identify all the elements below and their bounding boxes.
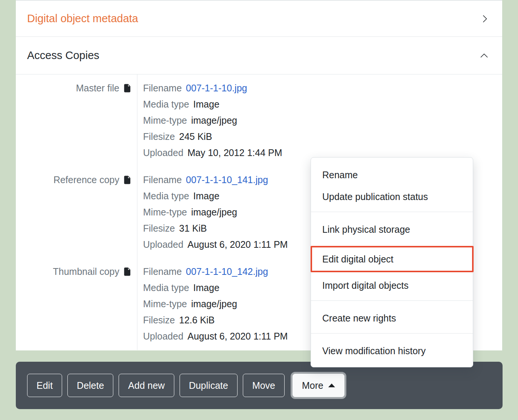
menu-item-view-modification-history[interactable]: View modification history xyxy=(311,340,473,362)
field-key: Uploaded xyxy=(143,147,183,158)
field-key: Media type xyxy=(143,282,189,293)
filename-link[interactable]: 007-1-1-10_142.jpg xyxy=(186,266,268,277)
field-key: Media type xyxy=(143,191,189,201)
more-button[interactable]: More xyxy=(293,374,344,397)
field-key: Media type xyxy=(143,99,189,109)
chevron-right-icon xyxy=(480,14,489,24)
menu-item-link-physical-storage[interactable]: Link physical storage xyxy=(311,218,473,240)
field-key: Mime-type xyxy=(143,299,187,309)
move-button[interactable]: Move xyxy=(243,374,285,397)
copy-fields-master: Filename007-1-1-10.jpg Media typeImage M… xyxy=(137,74,502,166)
field-value: 12.6 KiB xyxy=(179,315,215,325)
field-value: May 10, 2012 1:44 PM xyxy=(187,147,282,158)
field-value: August 6, 2020 1:11 PM xyxy=(187,239,288,250)
duplicate-button[interactable]: Duplicate xyxy=(180,374,238,397)
menu-divider xyxy=(311,300,473,301)
menu-item-rename[interactable]: Rename xyxy=(311,164,473,186)
digital-object-metadata-title: Digital object metadata xyxy=(27,12,138,25)
field-value: Image xyxy=(193,282,219,293)
caret-up-icon xyxy=(328,384,335,387)
edit-button[interactable]: Edit xyxy=(27,374,62,397)
field-value: 245 KiB xyxy=(179,131,212,142)
field-key: Filename xyxy=(143,83,182,93)
field-key: Filesize xyxy=(143,131,175,142)
field-value: Image xyxy=(193,99,219,109)
more-dropdown-menu: Rename Update publication status Link ph… xyxy=(311,157,473,367)
filename-link[interactable]: 007-1-1-10.jpg xyxy=(186,83,247,93)
actions-toolbar: Edit Delete Add new Duplicate Move More xyxy=(16,362,503,409)
menu-item-import-digital-objects[interactable]: Import digital objects xyxy=(311,274,473,296)
page: { "panel": { "metadata_header": "Digital… xyxy=(0,0,518,420)
digital-object-metadata-header[interactable]: Digital object metadata xyxy=(16,1,502,37)
menu-item-update-publication-status[interactable]: Update publication status xyxy=(311,186,473,208)
field-value: 31 KiB xyxy=(179,223,207,234)
delete-button[interactable]: Delete xyxy=(67,374,113,397)
field-key: Filesize xyxy=(143,315,175,325)
field-key: Filesize xyxy=(143,223,175,234)
more-button-label: More xyxy=(302,380,323,391)
field-value: image/jpeg xyxy=(191,207,237,217)
chevron-up-icon xyxy=(479,51,489,60)
field-key: Mime-type xyxy=(143,207,187,217)
add-new-button[interactable]: Add new xyxy=(119,374,174,397)
access-copies-header[interactable]: Access Copies xyxy=(16,37,502,74)
menu-item-create-new-rights[interactable]: Create new rights xyxy=(311,307,473,329)
file-icon xyxy=(123,175,131,185)
field-key: Mime-type xyxy=(143,115,187,126)
field-key: Filename xyxy=(143,174,182,185)
field-value: August 6, 2020 1:11 PM xyxy=(187,331,288,341)
copy-type-label-master: Master file xyxy=(16,74,137,166)
access-copies-title: Access Copies xyxy=(27,49,99,62)
field-key: Filename xyxy=(143,266,182,277)
copy-type-label-thumbnail: Thumbnail copy xyxy=(16,258,137,350)
field-value: image/jpeg xyxy=(191,299,237,309)
menu-divider xyxy=(311,333,473,334)
file-icon xyxy=(123,83,131,93)
field-value: image/jpeg xyxy=(191,115,237,126)
menu-item-edit-digital-object[interactable]: Edit digital object xyxy=(311,246,474,272)
field-key: Uploaded xyxy=(143,331,183,341)
menu-divider xyxy=(311,212,473,212)
field-key: Uploaded xyxy=(143,239,183,250)
field-value: Image xyxy=(193,191,219,201)
filename-link[interactable]: 007-1-1-10_141.jpg xyxy=(186,174,268,185)
file-icon xyxy=(123,267,131,277)
copy-type-label-reference: Reference copy xyxy=(16,166,137,258)
